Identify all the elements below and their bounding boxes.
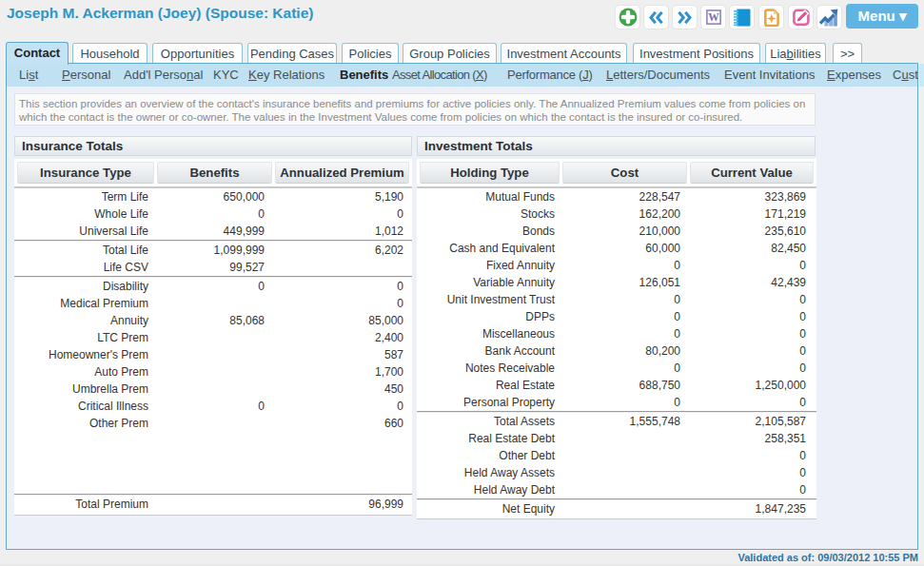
svg-text:W: W: [708, 11, 719, 23]
